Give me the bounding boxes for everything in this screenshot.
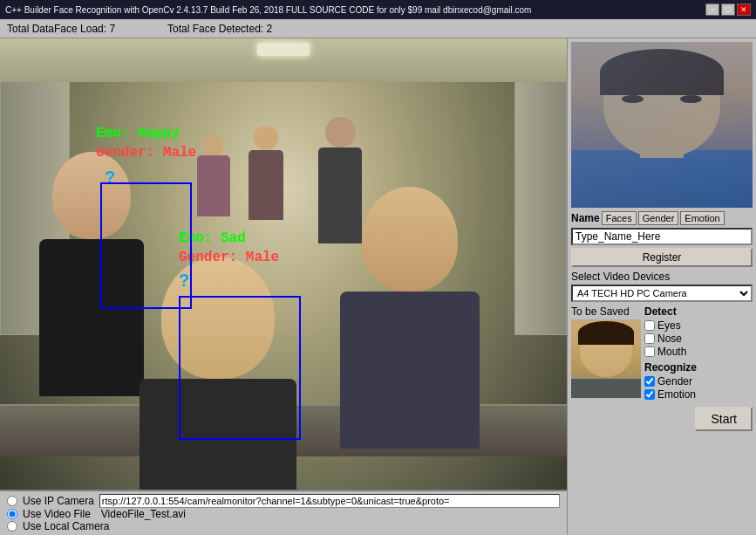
ip-camera-input[interactable]	[99, 494, 560, 508]
nose-checkbox[interactable]	[644, 333, 655, 344]
wall-right	[514, 73, 567, 335]
video-devices-label: Select Video Devices	[571, 271, 753, 283]
detection-box-2	[179, 296, 301, 440]
nose-row: Nose	[644, 333, 753, 345]
eyes-checkbox[interactable]	[644, 320, 655, 331]
face-thumbnail	[571, 319, 641, 398]
mouth-row: Mouth	[644, 346, 753, 358]
app-title: C++ Builder Face Recognition with OpenCv…	[5, 5, 531, 15]
maximize-button[interactable]: □	[721, 3, 735, 16]
recognize-label: Recognize	[644, 361, 753, 374]
gender-recognize-label: Gender	[657, 375, 692, 388]
emotion-button[interactable]: Emotion	[680, 211, 724, 225]
emotion-recognize-label: Emotion	[657, 388, 696, 401]
dataface-load: Total DataFace Load: 7	[7, 23, 115, 35]
local-camera-label: Use Local Camera	[23, 520, 109, 532]
register-button[interactable]: Register	[571, 248, 753, 267]
video-file-label: Use Video File	[23, 508, 91, 520]
main-content: Emo: Happy Gender: Male ? Emo: Sad Gende…	[0, 38, 756, 535]
name-input[interactable]	[571, 228, 753, 245]
face-image	[571, 42, 753, 208]
bg-figure-1	[244, 126, 288, 257]
face-preview	[571, 42, 753, 208]
bottom-section: To be Saved Detect Eyes	[571, 305, 753, 401]
video-file-radio[interactable]	[7, 509, 17, 519]
eyes-label: Eyes	[657, 319, 681, 332]
local-camera-radio[interactable]	[7, 521, 17, 532]
mouth-label: Mouth	[657, 346, 686, 358]
start-button[interactable]: Start	[695, 407, 753, 431]
detection-box-1	[100, 182, 192, 309]
title-bar: C++ Builder Face Recognition with OpenCv…	[0, 0, 756, 19]
video-file-row: Use Video File VideoFile_Test.avi	[7, 508, 560, 520]
to-saved-label: To be Saved	[571, 305, 630, 318]
face-thumb-image	[571, 319, 641, 398]
emotion-recognize-row: Emotion	[644, 388, 753, 401]
detect-label: Detect	[644, 305, 753, 318]
gender-button[interactable]: Gender	[638, 211, 679, 225]
mouth-checkbox[interactable]	[644, 346, 655, 357]
local-camera-row: Use Local Camera	[7, 520, 560, 532]
right-panel: Name Faces Gender Emotion Register Selec…	[567, 38, 756, 535]
nose-label: Nose	[657, 333, 682, 345]
person-3	[331, 187, 488, 457]
faces-button[interactable]: Faces	[602, 211, 637, 225]
name-label: Name	[571, 212, 600, 224]
name-controls-row: Name Faces Gender Emotion	[571, 211, 753, 225]
emotion-recognize-checkbox[interactable]	[644, 389, 655, 400]
ip-camera-radio[interactable]	[7, 496, 17, 506]
minimize-button[interactable]: −	[705, 3, 719, 16]
eyes-row: Eyes	[644, 319, 753, 332]
ip-camera-label: Use IP Camera	[23, 495, 94, 507]
gender-label-2: Gender: Male	[179, 250, 279, 265]
gender-label-1: Gender: Male	[96, 145, 196, 161]
bottom-controls: Use IP Camera Use Video File VideoFile_T…	[0, 490, 567, 535]
video-file-value: VideoFile_Test.avi	[101, 508, 186, 520]
detect-options: Detect Eyes Nose Mouth Recognize	[644, 305, 753, 401]
gender-recognize-row: Gender	[644, 375, 753, 388]
gender-recognize-checkbox[interactable]	[644, 376, 655, 387]
face-detected: Total Face Detected: 2	[167, 23, 272, 35]
video-area: Emo: Happy Gender: Male ? Emo: Sad Gende…	[0, 38, 567, 535]
recognize-section: Recognize Gender Emotion	[644, 361, 753, 401]
light-fixture	[257, 43, 310, 56]
status-bar: Total DataFace Load: 7 Total Face Detect…	[0, 19, 756, 38]
start-container: Start	[571, 407, 753, 431]
video-device-select[interactable]: A4 TECH HD PC Camera	[571, 285, 753, 302]
close-button[interactable]: ✕	[737, 3, 751, 16]
emotion-label-1: Emo: Happy	[96, 126, 180, 141]
window-controls: − □ ✕	[705, 3, 751, 16]
ip-camera-row: Use IP Camera	[7, 494, 560, 508]
